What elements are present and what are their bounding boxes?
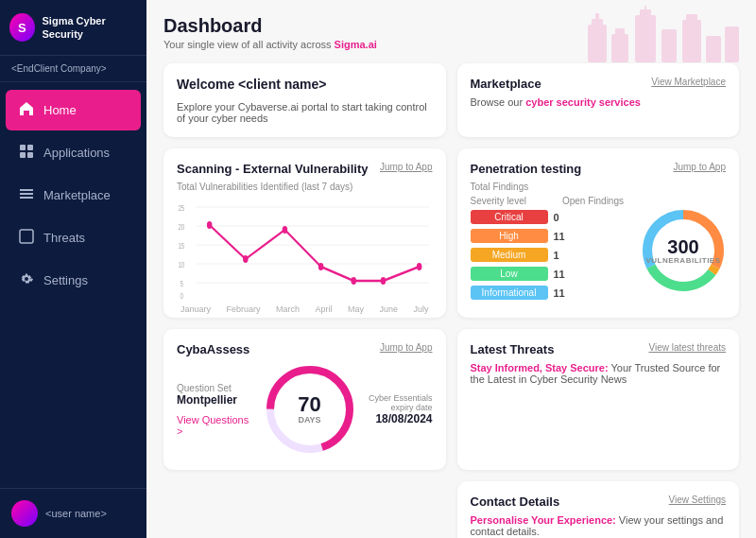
assess-card: CybaAssess Jump to App Question Set Mont… bbox=[163, 329, 446, 470]
chart-x-labels: January February March April May June Ju… bbox=[177, 304, 433, 314]
sidebar-logo: S Sigma Cyber Security bbox=[0, 0, 146, 56]
home-icon bbox=[19, 101, 34, 119]
svg-point-37 bbox=[381, 277, 387, 285]
settings-icon bbox=[19, 271, 34, 289]
client-name: Welcome <client name> bbox=[177, 77, 326, 92]
threat-text: Stay Informed, Stay Secure: Your Trusted… bbox=[471, 362, 727, 385]
svg-rect-1 bbox=[27, 145, 33, 150]
contact-highlight: Personalise Your Experience: bbox=[471, 514, 616, 526]
sidebar-item-home[interactable]: Home bbox=[6, 90, 141, 130]
marketplace-icon bbox=[19, 186, 34, 204]
svg-text:0: 0 bbox=[180, 291, 182, 299]
total-findings-label: Total Findings bbox=[471, 182, 727, 192]
assess-location: Montpellier bbox=[177, 393, 253, 407]
penetration-header: Penetration testing Jump to App bbox=[471, 162, 727, 176]
svg-text:5: 5 bbox=[180, 279, 182, 288]
days-number: 70 bbox=[298, 394, 320, 415]
pen-row-critical: Critical 0 bbox=[471, 210, 632, 224]
medium-label: Medium bbox=[471, 248, 548, 262]
svg-rect-15 bbox=[644, 6, 646, 11]
low-count: 11 bbox=[554, 269, 573, 280]
svg-text:10: 10 bbox=[178, 260, 184, 269]
question-set-label: Question Set bbox=[177, 383, 253, 393]
svg-point-36 bbox=[351, 277, 356, 285]
threats-card: Latest Threats View latest threats Stay … bbox=[457, 329, 740, 470]
svg-rect-4 bbox=[20, 189, 33, 191]
marketplace-card: Marketplace View Marketplace Browse our … bbox=[457, 63, 740, 137]
svg-point-38 bbox=[417, 263, 422, 270]
medium-count: 1 bbox=[554, 250, 573, 261]
view-questions-link[interactable]: View Questions > bbox=[177, 414, 253, 437]
svg-rect-20 bbox=[725, 26, 739, 62]
scanning-link[interactable]: Jump to App bbox=[380, 162, 433, 172]
marketplace-title: Marketplace bbox=[471, 77, 541, 91]
pen-row-informational: Informational 11 bbox=[471, 286, 632, 300]
svg-rect-7 bbox=[20, 230, 33, 243]
svg-rect-19 bbox=[706, 36, 721, 62]
threats-header: Latest Threats View latest threats bbox=[471, 342, 727, 356]
assess-link[interactable]: Jump to App bbox=[380, 342, 433, 353]
logo-icon: S bbox=[9, 13, 35, 42]
sidebar-item-applications[interactable]: Applications bbox=[6, 132, 141, 173]
sidebar-item-label: Home bbox=[43, 103, 77, 117]
svg-text:25: 25 bbox=[178, 203, 184, 213]
svg-rect-18 bbox=[686, 14, 697, 22]
applications-icon bbox=[19, 144, 34, 162]
penetration-title: Penetration testing bbox=[471, 162, 582, 176]
svg-point-32 bbox=[207, 221, 213, 229]
critical-label: Critical bbox=[471, 210, 548, 224]
sidebar-item-label: Settings bbox=[43, 273, 88, 287]
sidebar-item-settings[interactable]: Settings bbox=[6, 260, 141, 301]
threats-title: Latest Threats bbox=[471, 342, 555, 356]
assess-left: Question Set Montpellier View Questions … bbox=[177, 383, 253, 437]
penetration-content: Severity level Open Findings Critical 0 … bbox=[471, 196, 727, 304]
svg-text:20: 20 bbox=[178, 222, 184, 232]
penetration-link[interactable]: Jump to App bbox=[673, 162, 726, 172]
assess-content: Question Set Montpellier View Questions … bbox=[177, 362, 433, 457]
contact-text: Personalise Your Experience: View your s… bbox=[471, 514, 727, 537]
sigma-link[interactable]: Sigma.ai bbox=[335, 39, 377, 50]
contact-card: Contact Details View Settings Personalis… bbox=[457, 481, 740, 538]
severity-table: Severity level Open Findings Critical 0 … bbox=[471, 196, 632, 304]
avatar bbox=[11, 500, 38, 527]
svg-point-34 bbox=[283, 226, 288, 234]
svg-rect-13 bbox=[635, 15, 656, 62]
svg-rect-6 bbox=[20, 197, 33, 199]
days-label: DAYS bbox=[298, 415, 320, 425]
sidebar-user: <user name> bbox=[0, 488, 146, 538]
svg-rect-12 bbox=[615, 28, 625, 36]
threats-icon bbox=[19, 229, 34, 247]
cyber-services-link[interactable]: cyber security services bbox=[525, 96, 641, 108]
svg-rect-10 bbox=[595, 13, 599, 21]
welcome-header: Welcome <client name> bbox=[177, 77, 433, 95]
svg-rect-17 bbox=[682, 20, 701, 62]
marketplace-description: Browse our cyber security services bbox=[471, 96, 727, 108]
view-marketplace-link[interactable]: View Marketplace bbox=[651, 77, 726, 87]
marketplace-header: Marketplace View Marketplace bbox=[471, 77, 727, 91]
dashboard-grid: Welcome <client name> Explore your Cybav… bbox=[163, 63, 739, 538]
sidebar-item-marketplace[interactable]: Marketplace bbox=[6, 175, 141, 216]
assess-header: CybaAssess Jump to App bbox=[177, 342, 433, 356]
high-count: 11 bbox=[554, 231, 573, 242]
view-settings-link[interactable]: View Settings bbox=[669, 495, 726, 505]
logo-text: Sigma Cyber Security bbox=[43, 14, 137, 42]
welcome-description: Explore your Cybaverse.ai portal to star… bbox=[177, 101, 433, 124]
pen-row-medium: Medium 1 bbox=[471, 248, 632, 262]
dashboard-header: Dashboard Your single view of all activi… bbox=[163, 15, 739, 50]
vulnerability-chart: 25 20 15 10 5 0 bbox=[177, 200, 433, 304]
svg-point-33 bbox=[243, 255, 249, 263]
sidebar-item-label: Threats bbox=[43, 231, 85, 245]
open-findings-header: Open Findings bbox=[562, 196, 631, 206]
svg-rect-5 bbox=[20, 193, 33, 195]
svg-rect-3 bbox=[27, 152, 33, 158]
sidebar-item-threats[interactable]: Threats bbox=[6, 217, 141, 258]
pen-row-high: High 11 bbox=[471, 229, 632, 243]
svg-text:15: 15 bbox=[178, 241, 184, 251]
main-content: Dashboard Your single view of all activi… bbox=[146, 0, 756, 538]
scanning-title: Scanning - External Vulnerability bbox=[177, 162, 369, 176]
view-threats-link[interactable]: View latest threats bbox=[648, 342, 726, 353]
donut-number: 300 bbox=[645, 236, 720, 255]
building-decoration bbox=[588, 6, 739, 62]
contact-header: Contact Details View Settings bbox=[471, 495, 727, 509]
severity-header: Severity level bbox=[471, 196, 526, 206]
